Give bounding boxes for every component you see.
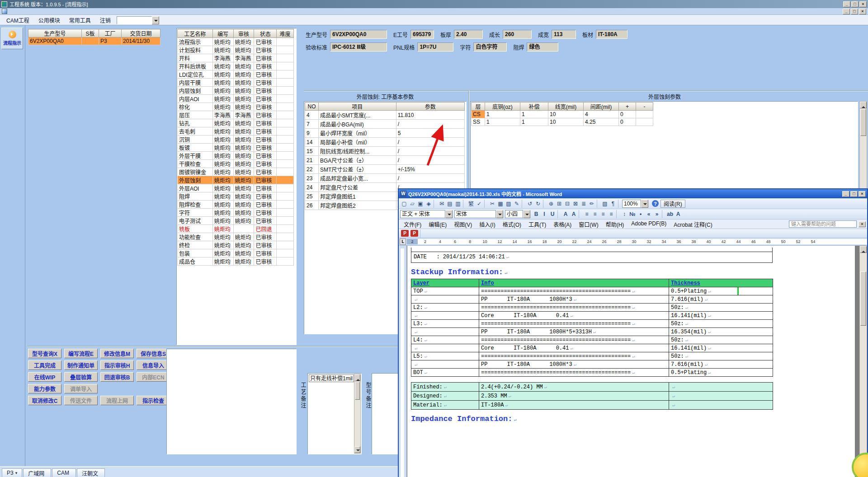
statusbar-tab[interactable]: CAM [52, 468, 76, 477]
action-button[interactable]: 叠层验算 [64, 372, 98, 382]
underline-icon[interactable]: U [548, 210, 557, 218]
app-close-button[interactable]: × [859, 1, 867, 7]
align-center-icon[interactable]: ≡ [591, 210, 599, 218]
child-minimize-button[interactable]: _ [843, 9, 850, 14]
font-color-icon[interactable]: A [674, 210, 682, 218]
word-menu-item[interactable]: Acrobat 注释(C) [670, 220, 716, 229]
process-row[interactable]: 流程指示 姚炬均 姚炬均 已审核 [178, 38, 294, 46]
process-table-header[interactable]: 工艺名称 [178, 29, 213, 38]
columns-icon[interactable]: ≣ [580, 200, 588, 208]
separator[interactable] [579, 210, 582, 218]
process-row[interactable]: 板镀 姚炬均 姚炬均 已审核 [178, 144, 294, 152]
process-row[interactable]: 棕化 姚炬均 姚炬均 已审核 [178, 103, 294, 111]
params-table-header[interactable]: NO [305, 103, 319, 111]
process-row[interactable]: 铣板 姚炬均 已回退 [178, 225, 294, 233]
model-table-header[interactable]: 工厂 [99, 29, 122, 37]
outdent-icon[interactable]: « [645, 210, 653, 218]
action-button[interactable]: 指示审核H [100, 360, 134, 370]
action-button[interactable]: 信息导入 [137, 360, 170, 370]
action-button[interactable]: 内部ECN [137, 372, 170, 382]
etch-row[interactable]: SS 1 1 10 4.25 0 [472, 118, 653, 126]
email-icon[interactable]: ✉ [438, 200, 446, 208]
process-row[interactable]: 外层蚀刻 姚炬均 姚炬均 已审核 [178, 176, 294, 184]
process-row[interactable]: 内层蚀刻 姚炬均 姚炬均 已审核 [178, 87, 294, 95]
scroll-up-icon[interactable] [860, 246, 867, 253]
process-row[interactable]: 计划投料 姚炬均 姚炬均 已审核 [178, 46, 294, 54]
undo-icon[interactable]: ↺ [526, 200, 534, 208]
process-table-header[interactable]: 编写 [212, 29, 233, 38]
process-row[interactable]: 层压 李海燕 李海燕 已审核 [178, 111, 294, 119]
quick-search-value[interactable] [117, 16, 152, 24]
font-value[interactable]: 宋体 [454, 210, 496, 218]
process-row[interactable]: 内层AOI 姚炬均 姚炬均 已审核 [178, 95, 294, 103]
combo-arrow-icon[interactable] [641, 200, 648, 208]
font-size-value[interactable]: 小四 [505, 210, 523, 218]
combo-arrow-icon[interactable] [496, 210, 503, 218]
word-menu-item[interactable]: 视图(V) [450, 220, 476, 229]
combo-arrow-icon[interactable] [445, 210, 453, 218]
word-menu-item[interactable]: Adobe PDF(B) [627, 220, 670, 229]
process-row[interactable]: 开料后烘板 姚炬均 姚炬均 已审核 [178, 62, 294, 70]
etch-table-header[interactable]: - [636, 103, 653, 111]
process-row[interactable]: 沉铜 姚炬均 姚炬均 已审核 [178, 136, 294, 144]
note-scrollbar[interactable] [354, 374, 361, 454]
hyperlink-icon[interactable]: ⊕ [547, 200, 555, 208]
open-folder-icon[interactable]: ▱ [408, 200, 416, 208]
etch-table-header[interactable]: 底铜(oz) [485, 103, 520, 111]
word-menu-item[interactable]: 帮助(H) [602, 220, 628, 229]
separator[interactable] [597, 200, 600, 208]
insert-excel-icon[interactable]: ⊠ [571, 200, 580, 208]
style-value[interactable]: 正文 + 宋体 [400, 210, 445, 218]
separator[interactable] [557, 210, 561, 218]
process-row[interactable]: 去毛刺 姚炬均 姚炬均 已审核 [178, 127, 294, 136]
word-menu-item[interactable]: 编辑(E) [425, 220, 450, 229]
char-border-icon[interactable]: A [561, 210, 570, 218]
insert-table-icon[interactable]: ⊟ [563, 200, 571, 208]
process-row[interactable]: 阻焊 姚炬均 姚炬均 已审核 [178, 192, 294, 201]
document-map-icon[interactable]: ▧ [601, 200, 609, 208]
model-table-header[interactable]: 交货日期 [122, 29, 160, 37]
process-row[interactable]: 包装 姚炬均 姚炬均 已审核 [178, 249, 294, 257]
cut-icon[interactable]: ✂ [488, 200, 496, 208]
separator[interactable] [484, 200, 487, 208]
scrollbar-thumb[interactable] [860, 271, 866, 326]
word-menu-item[interactable]: 表格(A) [550, 220, 575, 229]
process-row[interactable]: 干膜检查 姚炬均 姚炬均 已审核 [178, 160, 294, 168]
message-box[interactable] [166, 349, 297, 454]
print-preview-icon[interactable]: ▥ [454, 200, 462, 208]
menu-item[interactable]: 公用模块 [34, 15, 65, 25]
line-spacing-icon[interactable]: ↕ [620, 210, 628, 218]
word-menu-item[interactable]: 插入(I) [476, 220, 499, 229]
zoom-value[interactable]: 100% [622, 200, 641, 208]
flow-indicator-button[interactable]: 流程指示 [1, 28, 23, 49]
print-icon[interactable]: ▤ [446, 200, 454, 208]
font-combo[interactable]: 宋体 [454, 210, 503, 218]
etch-table-header[interactable]: 补偿 [520, 103, 548, 111]
process-row[interactable]: 图镀铜镍金 姚炬均 姚炬均 已审核 [178, 168, 294, 176]
show-hide-marks-icon[interactable]: ¶ [609, 200, 617, 208]
scroll-up-icon[interactable] [354, 374, 360, 381]
separator[interactable] [662, 210, 665, 218]
app-minimize-button[interactable]: _ [843, 1, 850, 7]
process-row[interactable]: 钻孔 姚炬均 姚炬均 已审核 [178, 119, 294, 127]
app-maximize-button[interactable]: □ [851, 1, 859, 7]
new-document-icon[interactable]: ▢ [400, 200, 408, 208]
scrollbar-thumb[interactable] [355, 382, 360, 400]
word-restore-button[interactable]: □ [850, 191, 858, 197]
process-row[interactable]: 字符 姚炬均 姚炬均 已审核 [178, 209, 294, 217]
tables-borders-icon[interactable]: ⊞ [555, 200, 563, 208]
etch-table-header[interactable]: 层 [472, 103, 485, 111]
justify-icon[interactable]: ≡ [607, 210, 615, 218]
word-menu-item[interactable]: 工具(T) [525, 220, 550, 229]
action-button[interactable]: 修改信息M [100, 349, 134, 358]
font-size-combo[interactable]: 小四 [505, 210, 530, 218]
process-row[interactable]: 成品仓 姚炬均 姚炬均 已审核 [178, 257, 294, 266]
action-button[interactable]: 回退审核B [100, 372, 134, 382]
word-vertical-scrollbar[interactable] [859, 246, 867, 477]
process-note-box[interactable]: 只有走线补偿1mil [307, 373, 362, 454]
process-row[interactable]: 开料 李海燕 李海燕 已审核 [178, 54, 294, 62]
word-close-button[interactable]: × [859, 191, 866, 197]
process-table-header[interactable]: 难度 [277, 29, 294, 38]
scroll-up-icon[interactable] [860, 102, 867, 108]
action-button[interactable]: 编写流程E [64, 349, 98, 358]
